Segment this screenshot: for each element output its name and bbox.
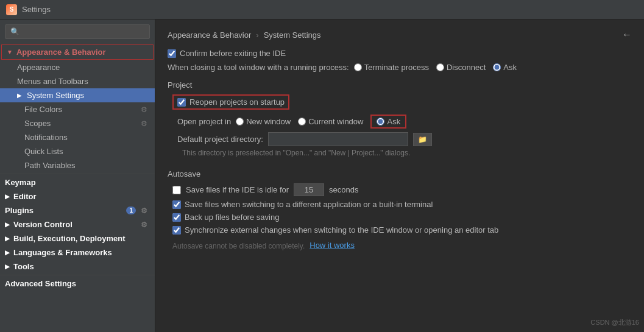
dir-hint: This directory is preselected in "Open..…: [182, 149, 632, 157]
radio-terminate-input[interactable]: [354, 63, 362, 71]
plugins-badge: 1: [126, 207, 136, 214]
sidebar-item-tools[interactable]: ▶ Tools: [0, 260, 155, 274]
autosave-note-row: Autosave cannot be disabled completely. …: [172, 239, 632, 250]
radio-new-window[interactable]: New window: [236, 117, 291, 126]
save-idle-label: Save files if the IDE is idle for: [186, 185, 289, 194]
chevron-right-icon-lang: ▶: [5, 249, 10, 256]
backup-row: Back up files before saving: [172, 213, 632, 222]
sidebar-item-path-variables[interactable]: Path Variables: [0, 158, 155, 172]
reopen-checkbox-container: Reopen projects on startup: [172, 94, 289, 110]
sidebar-item-plugins[interactable]: Plugins 1 ⚙: [0, 203, 155, 217]
sidebar-item-editor[interactable]: ▶ Editor: [0, 189, 155, 203]
open-project-radio-group: New window Current window Ask: [236, 115, 406, 129]
tool-window-label: When closing a tool window with a runnin…: [168, 63, 349, 72]
radio-ask-project-label: Ask: [387, 117, 400, 126]
how-it-works-link[interactable]: How it works: [310, 241, 355, 250]
tool-window-row: When closing a tool window with a runnin…: [168, 63, 632, 72]
backup-checkbox[interactable]: [172, 213, 181, 222]
title-bar-text: Settings: [22, 5, 51, 14]
sidebar-item-keymap[interactable]: Keymap: [0, 175, 155, 189]
autosave-disabled-note: Autosave cannot be disabled completely.: [172, 242, 305, 250]
reopen-label: Reopen projects on startup: [189, 97, 285, 107]
divider-2: [0, 275, 155, 275]
sidebar-item-file-colors[interactable]: File Colors ⚙: [0, 102, 155, 116]
radio-terminate[interactable]: Terminate process: [354, 63, 429, 72]
divider-1: [0, 174, 155, 174]
sidebar-item-quick-lists[interactable]: Quick Lists: [0, 144, 155, 158]
radio-new-window-label: New window: [246, 117, 291, 126]
breadcrumb-parent: Appearance & Behavior: [168, 30, 251, 40]
sidebar-item-advanced-settings[interactable]: Advanced Settings: [0, 277, 155, 291]
breadcrumb: Appearance & Behavior › System Settings …: [168, 29, 632, 40]
radio-ask-input[interactable]: [493, 63, 501, 71]
save-idle-unit: seconds: [329, 185, 358, 194]
sidebar-item-scopes[interactable]: Scopes ⚙: [0, 116, 155, 130]
sidebar: ▼ Appearance & Behavior Appearance Menus…: [0, 19, 155, 332]
sidebar-item-appearance[interactable]: Appearance: [0, 60, 155, 74]
radio-current-window[interactable]: Current window: [298, 117, 363, 126]
confirm-exit-label: Confirm before exiting the IDE: [180, 49, 286, 58]
confirm-exit-row: Confirm before exiting the IDE: [168, 49, 632, 58]
default-dir-input[interactable]: [268, 132, 408, 146]
chevron-right-icon-vc: ▶: [5, 221, 10, 228]
main-container: ▼ Appearance & Behavior Appearance Menus…: [0, 19, 644, 332]
radio-disconnect[interactable]: Disconnect: [436, 63, 486, 72]
radio-terminate-label: Terminate process: [364, 63, 429, 72]
sync-row: Synchronize external changes when switch…: [172, 225, 632, 235]
sidebar-item-menus-toolbars[interactable]: Menus and Toolbars: [0, 74, 155, 88]
open-project-label: Open project in: [177, 117, 231, 126]
radio-ask[interactable]: Ask: [493, 63, 517, 72]
search-input[interactable]: [5, 24, 150, 39]
radio-ask-project-input[interactable]: [377, 118, 384, 125]
chevron-right-icon-editor: ▶: [5, 193, 10, 200]
default-dir-label: Default project directory:: [177, 135, 263, 144]
radio-current-window-label: Current window: [308, 117, 363, 126]
back-button[interactable]: ←: [622, 29, 632, 40]
open-project-row: Open project in New window Current windo…: [177, 115, 632, 129]
breadcrumb-separator: ›: [256, 30, 258, 40]
backup-label: Back up files before saving: [185, 213, 279, 222]
sidebar-item-version-control[interactable]: ▶ Version Control ⚙: [0, 217, 155, 231]
radio-disconnect-input[interactable]: [436, 63, 444, 71]
sync-label: Synchronize external changes when switch…: [185, 225, 498, 235]
idle-seconds-input[interactable]: 15: [294, 183, 324, 196]
app-logo: S: [6, 4, 17, 15]
radio-ask-project[interactable]: Ask: [370, 115, 406, 129]
chevron-right-icon: ▶: [17, 92, 22, 99]
project-section-title: Project: [168, 80, 632, 90]
gear-icon-plugins: ⚙: [141, 207, 147, 215]
save-idle-row: Save files if the IDE is idle for 15 sec…: [172, 183, 632, 196]
radio-new-window-input[interactable]: [236, 118, 244, 125]
save-idle-checkbox[interactable]: [172, 186, 181, 194]
browse-dir-button[interactable]: 📁: [413, 133, 432, 146]
sidebar-items: ▼ Appearance & Behavior Appearance Menus…: [0, 44, 155, 332]
reopen-row: Reopen projects on startup: [172, 94, 632, 110]
radio-ask-label: Ask: [503, 63, 517, 72]
save-switch-checkbox[interactable]: [172, 200, 181, 209]
sidebar-item-system-settings[interactable]: ▶ System Settings: [0, 88, 155, 102]
save-switch-label: Save files when switching to a different…: [185, 200, 433, 209]
gear-icon-vc: ⚙: [141, 221, 147, 229]
search-box: [0, 19, 155, 44]
chevron-down-icon: ▼: [7, 49, 13, 55]
save-switch-row: Save files when switching to a different…: [172, 200, 632, 209]
sidebar-item-build[interactable]: ▶ Build, Execution, Deployment: [0, 231, 155, 245]
gear-icon: ⚙: [141, 105, 147, 114]
autosave-section: Autosave Save files if the IDE is idle f…: [168, 169, 632, 250]
title-bar: S Settings: [0, 0, 644, 19]
chevron-right-icon-build: ▶: [5, 235, 10, 242]
sync-checkbox[interactable]: [172, 226, 181, 235]
sidebar-item-languages[interactable]: ▶ Languages & Frameworks: [0, 245, 155, 260]
project-section: Project Reopen projects on startup Open …: [168, 80, 632, 157]
watermark: CSDN @北游16: [590, 318, 639, 327]
sidebar-item-appearance-behavior[interactable]: ▼ Appearance & Behavior: [1, 44, 154, 60]
default-dir-row: Default project directory: 📁: [177, 132, 632, 146]
sidebar-item-notifications[interactable]: Notifications: [0, 130, 155, 144]
content-area: Appearance & Behavior › System Settings …: [155, 19, 644, 332]
radio-current-window-input[interactable]: [298, 118, 306, 125]
autosave-title: Autosave: [168, 169, 632, 178]
radio-disconnect-label: Disconnect: [447, 63, 486, 72]
confirm-exit-checkbox[interactable]: [168, 49, 176, 58]
chevron-right-icon-tools: ▶: [5, 263, 10, 270]
reopen-checkbox[interactable]: [177, 98, 186, 107]
